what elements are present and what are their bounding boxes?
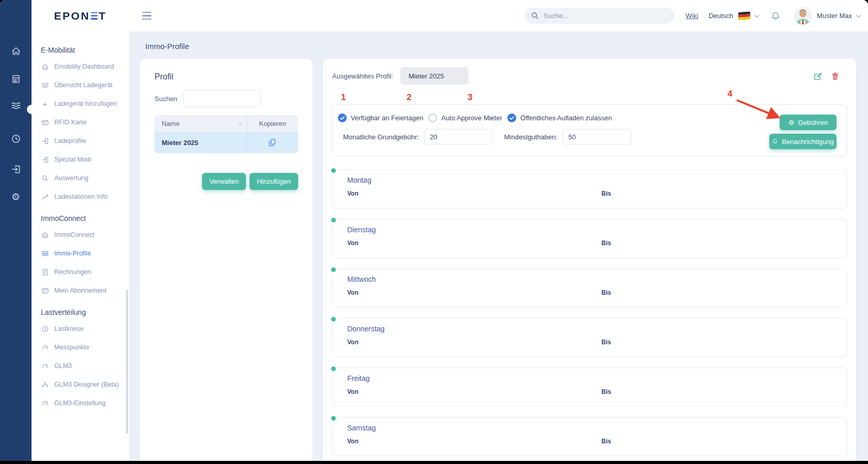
- day-card-donnerstag[interactable]: Donnerstag VonBis: [332, 318, 847, 357]
- checkbox-verfuegbar-feiertage[interactable]: [338, 114, 347, 122]
- gauge-icon: [41, 343, 49, 351]
- annotation-3: 3: [468, 92, 472, 103]
- bis-label: Bis: [601, 388, 611, 395]
- status-dot: [330, 365, 337, 372]
- notifications-bell-icon[interactable]: [770, 11, 781, 21]
- section-title-lastverteilung: Lastverteilung: [41, 308, 129, 316]
- profil-panel: Profil Suchen Name ↑↓ Kopieren Mieter 20…: [140, 59, 313, 461]
- store-icon[interactable]: [10, 73, 22, 85]
- sidebar-item-immo-profile[interactable]: Immo-Profile: [38, 244, 129, 263]
- gebuehren-button[interactable]: ⚙Gebühren: [780, 115, 836, 130]
- icon-rail: ⚙: [0, 0, 32, 461]
- app-window: ⚙ EPONT Wiki Deutsch: [0, 0, 868, 461]
- wiki-link[interactable]: Wiki: [686, 12, 699, 20]
- home-icon: [41, 231, 49, 239]
- sidebar-item-mein-abonnement[interactable]: Mein Abonnement: [38, 281, 129, 300]
- edit-icon[interactable]: [813, 71, 823, 81]
- sign-in-icon[interactable]: [10, 164, 22, 175]
- selected-profile-select[interactable]: Mieter 2025: [400, 67, 469, 85]
- global-search[interactable]: [524, 8, 674, 24]
- column-header-kopieren: Kopieren: [259, 120, 286, 127]
- status-dot: [330, 266, 337, 273]
- sidebar-item-lastkreise[interactable]: Lastkreise: [38, 319, 129, 338]
- active-rail-notch: [27, 105, 36, 114]
- day-card-samstag[interactable]: Samstag VonBis: [332, 417, 847, 456]
- sidebar-item-emobility-dashboard[interactable]: Emobility Dashboard: [38, 57, 129, 76]
- german-flag-icon[interactable]: [738, 11, 750, 20]
- chevron-down-icon[interactable]: [754, 12, 760, 18]
- sort-icon[interactable]: ↑↓: [238, 121, 241, 126]
- logo-text-right: T: [99, 10, 106, 22]
- user-menu[interactable]: Muster Max: [817, 12, 852, 20]
- clock-icon[interactable]: [10, 133, 22, 145]
- sidebar-item-ladeprofile[interactable]: Ladeprofile: [38, 132, 129, 150]
- bis-label: Bis: [601, 438, 611, 445]
- von-label: Von: [347, 438, 359, 445]
- weekday-schedule-list: Montag VonBis Dienstag VonBis Mittwoch V…: [332, 169, 847, 461]
- section-title-emobilitaet: E-Mobilität: [41, 46, 129, 54]
- checkbox-label: Verfügbar an Feiertagen: [351, 114, 423, 122]
- checkbox-label: Auto Approve Mieter: [441, 114, 502, 122]
- profile-name-cell[interactable]: Mieter 2025: [162, 139, 198, 147]
- sidebar-item-messpunkte[interactable]: Messpunkte: [38, 338, 129, 357]
- hamburger-menu-icon[interactable]: [142, 12, 151, 20]
- logo-e-bars: [91, 12, 98, 20]
- home-icon: [41, 62, 49, 71]
- sidebar-item-spezial-modi[interactable]: Spezial Modi: [38, 150, 129, 169]
- copy-icon[interactable]: [268, 138, 277, 147]
- sidebar-item-uebersicht-ladegeraet[interactable]: Übersicht Ladegerät: [38, 76, 129, 94]
- von-label: Von: [347, 239, 359, 247]
- monthly-fee-input[interactable]: [424, 129, 493, 145]
- search-icon: [531, 11, 539, 20]
- status-dot: [330, 316, 337, 323]
- chart-line-icon: [41, 193, 49, 201]
- day-card-freitag[interactable]: Freitag VonBis: [332, 367, 847, 407]
- sidebar-item-auswertung[interactable]: Auswertung: [38, 169, 129, 187]
- table-row[interactable]: Mieter 2025: [154, 132, 298, 153]
- card-icon: [41, 286, 49, 295]
- profile-detail-panel: Ausgewähltes Profil: Mieter 2025 4 1 2: [323, 59, 856, 461]
- avatar[interactable]: [794, 7, 812, 25]
- sign-in-icon: [41, 137, 49, 145]
- language-label[interactable]: Deutsch: [708, 12, 733, 20]
- day-card-montag[interactable]: Montag VonBis: [332, 169, 847, 209]
- sidebar-item-glm3[interactable]: GLM3: [38, 357, 129, 375]
- magnifier-icon: [41, 174, 49, 182]
- waves-icon[interactable]: [10, 100, 22, 111]
- sidebar-scrollbar[interactable]: [126, 290, 128, 434]
- status-dot: [330, 167, 337, 174]
- home-icon[interactable]: [10, 45, 22, 57]
- user-chevron-down-icon[interactable]: [856, 12, 861, 18]
- sidebar-item-rechnungen[interactable]: Rechnungen: [38, 263, 129, 281]
- bell-icon: [772, 138, 778, 145]
- min-balance-input[interactable]: [563, 129, 631, 145]
- trash-icon[interactable]: [830, 71, 840, 81]
- card-icon: [41, 118, 49, 126]
- clock-icon: [41, 325, 49, 333]
- monthly-fee-label: Monatliche Grundgebühr:: [343, 133, 419, 141]
- search-input[interactable]: [544, 12, 668, 20]
- von-label: Von: [347, 190, 359, 197]
- sidebar-item-ladestationen-info[interactable]: Ladestationen Info: [38, 187, 129, 206]
- gauge-icon: [41, 362, 49, 370]
- checkbox-auto-approve[interactable]: [428, 114, 437, 122]
- benachrichtigung-button[interactable]: Benachrichtigung: [769, 134, 836, 149]
- annotation-1: 1: [341, 92, 346, 103]
- sidebar-item-immoconnect[interactable]: ImmoConnect: [38, 226, 129, 244]
- verwalten-button[interactable]: Verwalten: [202, 173, 246, 190]
- hinzufuegen-button[interactable]: Hinzufügen: [250, 173, 298, 190]
- checkbox-label: Öffentliches Aufladen zulassen: [520, 114, 612, 122]
- sidebar-item-ladegeraet-hinzufuegen[interactable]: +Ladegerät hinzufügen: [38, 94, 129, 113]
- gear-icon[interactable]: ⚙: [10, 191, 22, 202]
- profil-search-input[interactable]: [183, 90, 261, 107]
- checkbox-oeffentliches-aufladen[interactable]: [507, 114, 516, 122]
- bis-label: Bis: [601, 239, 611, 247]
- sidebar-item-rfid-karte[interactable]: RFID Karte: [38, 113, 129, 132]
- day-card-mittwoch[interactable]: Mittwoch VonBis: [332, 268, 847, 308]
- sidebar-item-glm3-einstellung[interactable]: GLM3-Einstellung: [38, 394, 129, 412]
- bis-label: Bis: [601, 190, 611, 197]
- day-card-dienstag[interactable]: Dienstag VonBis: [332, 219, 847, 258]
- column-header-name[interactable]: Name: [162, 120, 180, 127]
- sidebar-item-glm3-designer[interactable]: GLM3 Designer (Beta): [38, 375, 129, 394]
- plus-icon: +: [41, 100, 49, 108]
